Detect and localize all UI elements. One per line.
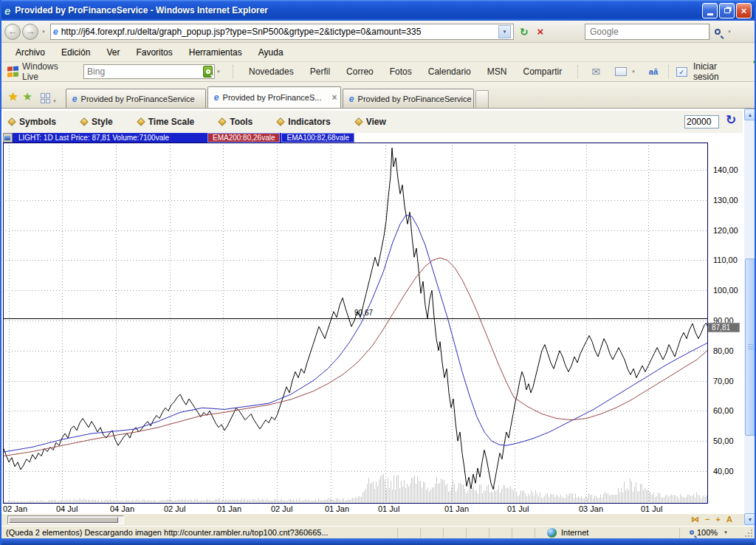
legend-settings-button[interactable] xyxy=(3,133,13,143)
back-button[interactable]: ← xyxy=(4,24,21,40)
menu-herramientas[interactable]: Herramientas xyxy=(181,45,250,60)
autoscale-icon[interactable]: A xyxy=(726,515,732,524)
forward-button[interactable]: → xyxy=(22,24,38,40)
chart-menu-time-scale[interactable]: Time Scale xyxy=(138,117,194,127)
search-input[interactable] xyxy=(588,26,706,38)
chart-menu-style[interactable]: Style xyxy=(81,117,113,127)
chart-refresh-button[interactable]: ↻ xyxy=(726,112,736,128)
quick-tabs-button[interactable]: ▼ xyxy=(41,93,61,103)
horizontal-scrollbar-thumb[interactable] xyxy=(9,517,118,523)
tab-favicon-icon: e xyxy=(72,94,78,104)
search-options-dropdown[interactable]: ▼ xyxy=(727,30,732,34)
menu-ayuda[interactable]: Ayuda xyxy=(250,45,292,60)
chart-menu-indicators[interactable]: Indicators xyxy=(278,117,330,127)
forward-icon: → xyxy=(26,26,35,37)
layout-button[interactable]: ▼ xyxy=(612,67,640,76)
status-message: (Queda 2 elementos) Descargando imagen h… xyxy=(1,528,397,537)
back-icon: ← xyxy=(8,26,18,37)
status-segment xyxy=(466,528,489,538)
menu-favoritos[interactable]: Favoritos xyxy=(128,45,180,60)
refresh-icon: ↻ xyxy=(520,26,529,38)
search-button[interactable] xyxy=(709,24,726,40)
chart-menu-view[interactable]: View xyxy=(356,117,386,127)
tab-3[interactable]: e Provided by ProFinanceService xyxy=(343,89,474,108)
magnifier-icon xyxy=(206,69,210,74)
menu-edicion[interactable]: Edición xyxy=(53,45,98,60)
chart-menu-tools[interactable]: Tools xyxy=(219,117,252,127)
window-bottom-border xyxy=(0,538,756,545)
toolbar-separator xyxy=(233,65,233,78)
toolbar-separator xyxy=(577,65,578,78)
x-axis-tick-label: 02 Jul xyxy=(164,504,185,513)
security-zone: Internet xyxy=(535,528,679,538)
tab-strip: ★ ★ ▼ e Provided by ProFinanceService e … xyxy=(1,82,755,109)
bing-options-dropdown[interactable]: ▼ xyxy=(216,69,221,74)
new-tab-stub[interactable] xyxy=(475,90,489,108)
y-axis-tick-label: 130,00 xyxy=(713,196,738,205)
link-novedades[interactable]: Novedades xyxy=(249,66,294,77)
chart-bottom-bar: ⋈ − + A xyxy=(1,514,744,526)
stop-button[interactable]: × xyxy=(533,24,548,40)
windows-live-logo-icon xyxy=(7,66,18,78)
status-segment xyxy=(397,528,420,538)
zone-label: Internet xyxy=(561,528,588,537)
amount-input[interactable] xyxy=(684,115,719,128)
url-dropdown[interactable]: ▼ xyxy=(498,25,511,38)
bing-search-box xyxy=(83,64,215,79)
sign-in-icon: ✓ xyxy=(676,67,687,77)
zoom-out-icon[interactable]: − xyxy=(705,515,709,524)
tab-label: Provided by ProFinanceS... xyxy=(223,93,322,102)
url-input[interactable] xyxy=(61,27,498,37)
date-axis: 02 Jan04 Jul04 Jan02 Jul01 Jan02 Jul01 J… xyxy=(3,504,708,515)
diamond-icon xyxy=(219,117,227,126)
mail-button[interactable]: ✉ xyxy=(591,66,600,78)
menu-ver[interactable]: Ver xyxy=(98,45,128,60)
resize-grip[interactable] xyxy=(744,527,755,538)
vertical-scrollbar-thumb[interactable] xyxy=(745,258,755,436)
horizontal-scrollbar[interactable] xyxy=(7,515,124,524)
window-title: Provided by ProFinanceService - Windows … xyxy=(15,5,701,16)
zoom-in-icon[interactable]: + xyxy=(715,515,720,524)
link-perfil[interactable]: Perfil xyxy=(310,66,330,77)
restore-button[interactable] xyxy=(719,3,735,18)
x-axis-tick-label: 04 Jul xyxy=(56,504,78,513)
scroll-down-button[interactable]: ▼ xyxy=(744,513,756,525)
minimize-button[interactable] xyxy=(702,3,718,18)
chart-menu-symbols[interactable]: Symbols xyxy=(9,117,56,127)
compress-scale-icon[interactable]: ⋈ xyxy=(691,515,699,524)
toolbar-separator xyxy=(668,65,669,78)
link-calendario[interactable]: Calendario xyxy=(428,66,471,77)
x-axis-tick-label: 01 Jan xyxy=(217,504,241,513)
refresh-button[interactable]: ↻ xyxy=(517,24,532,40)
price-chart[interactable]: 90,67 xyxy=(3,143,708,504)
legend-ema100-label: EMA100:82,68vale xyxy=(281,133,354,143)
link-compartir[interactable]: Compartir xyxy=(523,66,562,77)
link-fotos[interactable]: Fotos xyxy=(390,66,412,77)
price-axis: 140,00130,00120,00110,00100,0090,0080,00… xyxy=(708,143,744,504)
bing-search-input[interactable] xyxy=(86,66,203,78)
tab-label: Provided by ProFinanceService xyxy=(358,95,472,103)
menu-archivo[interactable]: Archivo xyxy=(7,45,53,60)
x-axis-tick-label: 01 Jul xyxy=(641,504,662,513)
favorites-button[interactable]: ★ xyxy=(8,90,18,103)
scroll-up-button[interactable]: ▲ xyxy=(744,109,756,120)
diamond-icon xyxy=(354,117,362,126)
link-msn[interactable]: MSN xyxy=(487,66,507,77)
tab-1[interactable]: e Provided by ProFinanceService xyxy=(66,89,206,108)
vertical-scrollbar[interactable]: ▲ ▼ xyxy=(744,109,756,526)
history-dropdown[interactable]: ▼ xyxy=(41,30,46,34)
translate-button[interactable]: aā xyxy=(649,67,658,76)
add-favorite-button[interactable]: ★ xyxy=(22,90,32,103)
arrow-down-icon: ▼ xyxy=(748,517,753,522)
x-axis-tick-label: 03 Jan xyxy=(579,504,603,513)
bing-search-button[interactable] xyxy=(203,66,213,78)
close-button[interactable]: × xyxy=(736,3,752,18)
tab-favicon-icon: e xyxy=(214,92,219,103)
close-icon: × xyxy=(741,6,747,16)
sign-in-button[interactable]: Iniciar sesión xyxy=(693,61,744,82)
zoom-level: 100% xyxy=(697,528,718,537)
link-correo[interactable]: Correo xyxy=(346,66,374,77)
tab-2-active[interactable]: e Provided by ProFinanceS... × xyxy=(207,86,341,108)
zoom-control[interactable]: 100% ▼ xyxy=(679,528,729,538)
tab-close-icon[interactable]: × xyxy=(331,92,337,103)
